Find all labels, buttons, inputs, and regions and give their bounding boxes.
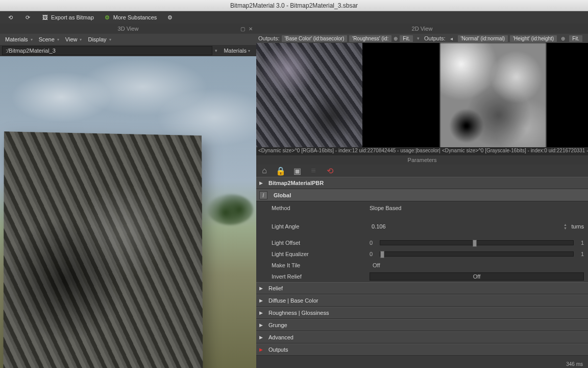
menu-materials[interactable]: Materials: [2, 35, 36, 43]
light-equalizer-slider[interactable]: [380, 251, 574, 257]
section-pbr[interactable]: ▶ Bitmap2MaterialPBR: [256, 177, 588, 189]
path-bar: :/Bitmap2Material_3 ▾ Materials: [0, 45, 256, 56]
more-substances-label: More Substances: [113, 14, 157, 20]
slider-thumb[interactable]: [380, 251, 384, 258]
param-method: Method Slope Based: [256, 201, 588, 215]
light-offset-slider[interactable]: [380, 240, 574, 245]
output-zoom-icon-1[interactable]: ⊕: [394, 34, 398, 42]
output-basecolor[interactable]: 'Base Color' (id:basecolor): [282, 35, 348, 42]
more-substances-button[interactable]: ⚙ More Substances: [99, 12, 161, 22]
parameters-header: Parameters: [256, 155, 588, 165]
output-prev-icon[interactable]: ◂: [448, 34, 456, 42]
2d-previews: <Dynamic size>^0 [RGBA-16bits] - index:1…: [256, 43, 588, 155]
parameters-area: ▶ Bitmap2MaterialPBR / Global Method Slo…: [256, 177, 588, 360]
output-fit-1[interactable]: Fit.: [400, 35, 413, 42]
3d-view-header: 3D View ▢ ✕: [0, 24, 256, 34]
forward-button[interactable]: ⟳: [19, 12, 36, 22]
invert-relief-toggle[interactable]: Off: [370, 272, 584, 281]
2d-view-header: 2D View: [256, 24, 588, 34]
2d-view-title: 2D View: [412, 26, 433, 32]
section-relief[interactable]: ▶ Relief: [256, 282, 588, 294]
light-angle-unit: turns: [572, 223, 584, 229]
output-roughness[interactable]: 'Roughness' (id:: [349, 35, 391, 42]
preset-export-icon[interactable]: ▣: [293, 167, 301, 175]
height-preview[interactable]: [440, 43, 546, 149]
status-time: 346 ms: [566, 361, 583, 367]
output-fit-dropdown-1[interactable]: ▾: [415, 36, 422, 41]
puzzle-icon: ⚙: [103, 13, 111, 21]
menu-display[interactable]: Display: [85, 35, 114, 43]
output-height[interactable]: 'Height' (id:height): [510, 35, 557, 42]
back-icon: ⟲: [6, 13, 14, 21]
menu-scene[interactable]: Scene: [36, 35, 62, 43]
slider-thumb[interactable]: [473, 240, 477, 247]
3d-view-title: 3D View: [118, 26, 139, 32]
method-value[interactable]: Slope Based: [370, 205, 401, 211]
window-title: Bitmap2Material 3.0 - Bitmap2Material_3.…: [230, 2, 358, 9]
spinner-up-icon[interactable]: ▲: [562, 223, 569, 226]
main-toolbar: ⟲ ⟳ 🖼 Export as Bitmap ⚙ More Substances…: [0, 11, 588, 24]
trees-background: [207, 194, 253, 225]
param-light-offset: Light Offset 0 1: [256, 237, 588, 248]
section-outputs[interactable]: ▶ Outputs: [256, 343, 588, 356]
preset-reset-icon[interactable]: ⟲: [326, 167, 334, 175]
light-angle-value[interactable]: 0.106: [370, 223, 388, 229]
close-button[interactable]: ✕: [247, 25, 254, 32]
param-light-equalizer: Light Equalizer 0 1: [256, 248, 588, 260]
3d-menubar: Materials Scene View Display: [0, 34, 256, 45]
export-bitmap-label: Export as Bitmap: [51, 14, 94, 20]
light-offset-min: 0: [370, 240, 376, 246]
spinner-down-icon[interactable]: ▼: [562, 226, 569, 230]
section-grunge-label: Grunge: [268, 322, 287, 328]
section-outputs-label: Outputs: [268, 347, 288, 353]
section-roughness[interactable]: ▶ Roughness | Glossiness: [256, 307, 588, 319]
preview-caption-2: <Dynamic size>^0 [Grayscale-16bits] - in…: [440, 147, 588, 155]
light-angle-label: Light Angle: [272, 223, 363, 229]
export-icon: 🖼: [41, 13, 49, 21]
preset-home-icon[interactable]: ⌂: [260, 167, 268, 175]
light-equalizer-max: 1: [578, 251, 584, 257]
title-bar: Bitmap2Material 3.0 - Bitmap2Material_3.…: [0, 0, 588, 11]
preset-save-icon[interactable]: 🔒: [277, 167, 285, 175]
3d-viewport[interactable]: [0, 56, 256, 368]
settings-button[interactable]: ⚙: [162, 12, 178, 22]
basecolor-preview[interactable]: [256, 43, 362, 149]
path-dropdown[interactable]: ▾: [212, 48, 219, 53]
gear-icon: ⚙: [166, 13, 174, 21]
chevron-right-icon: ▶: [259, 298, 264, 303]
global-toggle-box[interactable]: /: [259, 191, 267, 199]
export-bitmap-button[interactable]: 🖼 Export as Bitmap: [37, 12, 98, 22]
light-offset-label: Light Offset: [272, 240, 363, 246]
menu-view[interactable]: View: [62, 35, 85, 43]
light-equalizer-label: Light Equalizer: [272, 251, 363, 257]
light-angle-spinner[interactable]: ▲ ▼: [562, 223, 569, 230]
invert-relief-label: Invert Relief: [272, 273, 363, 280]
chevron-right-icon: ▶: [259, 310, 264, 315]
output-zoom-icon-2[interactable]: ⊕: [559, 34, 567, 42]
forward-icon: ⟳: [23, 13, 32, 21]
section-grunge[interactable]: ▶ Grunge: [256, 319, 588, 331]
preset-list-icon[interactable]: ≡: [309, 167, 317, 175]
make-tile-label: Make It Tile: [272, 262, 363, 268]
path-field[interactable]: :/Bitmap2Material_3: [2, 46, 212, 55]
output-normal[interactable]: 'Normal' (id:normal): [458, 35, 508, 42]
outputs-bar-2: Outputs: ◂ 'Normal' (id:normal) 'Height'…: [422, 34, 588, 43]
preview-caption-1: <Dynamic size>^0 [RGBA-16bits] - index:1…: [256, 147, 440, 155]
light-equalizer-min: 0: [370, 251, 376, 257]
section-roughness-label: Roughness | Glossiness: [268, 310, 329, 316]
param-make-tile: Make It Tile Off: [256, 260, 588, 271]
section-diffuse[interactable]: ▶ Diffuse | Base Color: [256, 294, 588, 307]
maximize-button[interactable]: ▢: [239, 25, 246, 32]
materials-dropdown[interactable]: Materials: [219, 47, 254, 55]
make-tile-value[interactable]: Off: [370, 261, 400, 269]
status-bar: 346 ms: [256, 360, 588, 368]
outputs-bar-1: Outputs: 'Base Color' (id:basecolor) 'Ro…: [256, 34, 422, 43]
section-advanced[interactable]: ▶ Advanced: [256, 331, 588, 343]
section-global[interactable]: / Global: [256, 189, 588, 201]
back-button[interactable]: ⟲: [2, 12, 18, 22]
output-fit-2[interactable]: Fit.: [569, 35, 582, 42]
outputs-label-1: Outputs:: [258, 35, 280, 41]
chevron-right-icon: ▶: [259, 180, 264, 186]
param-invert-relief: Invert Relief Off: [256, 271, 588, 282]
section-pbr-label: Bitmap2MaterialPBR: [268, 180, 324, 186]
